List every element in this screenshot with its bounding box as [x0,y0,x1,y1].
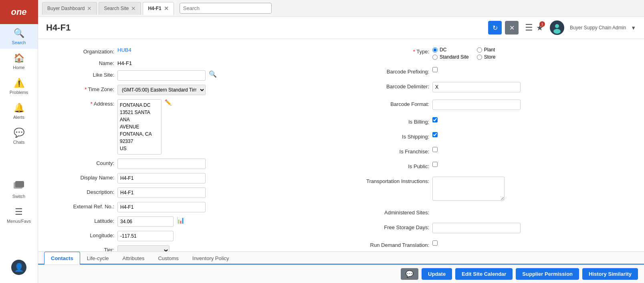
sidebar-item-search[interactable]: 🔍 Search [0,24,38,49]
like-site-input[interactable] [117,70,206,81]
close-icon-tab-search[interactable]: ✕ [131,6,136,11]
org-link[interactable]: HUB4 [117,47,131,53]
type-standard-radio[interactable] [432,55,438,60]
longitude-input[interactable] [117,231,174,241]
tab-customs[interactable]: Customs [151,252,185,265]
right-form: Type: DC Standard Site [349,47,632,251]
search-input[interactable] [180,3,272,14]
tab-inventory-policy[interactable]: Inventory Policy [186,252,236,265]
address-edit-icon[interactable]: ✏️ [165,99,172,106]
tier-select[interactable] [117,245,170,251]
tab-contacts[interactable]: Contacts [44,252,80,265]
sidebar-label-search: Search [12,40,26,45]
type-label: Type: [349,47,429,55]
sidebar: one 🔍 Search 🏠 Home ⚠️ Problems 🔔 Alerts… [0,0,38,283]
left-form: Organization: HUB4 Name: H4-F1 Like Site… [50,47,333,251]
admin-sites-row: Administered Sites: [349,208,632,216]
tab-attributes[interactable]: Attributes [116,252,151,265]
county-input[interactable] [117,159,206,169]
sidebar-item-home[interactable]: 🏠 Home [0,49,38,74]
sidebar-item-menus[interactable]: ☰ Menus/Favs [0,203,38,228]
timezone-select[interactable]: (GMT-05:00) Eastern Standard Time (Ameri… [117,85,206,95]
tab-bar: Buyer Dashboard ✕ Search Site ✕ H4-F1 ✕ [38,0,644,17]
sidebar-item-alerts[interactable]: 🔔 Alerts [0,99,38,124]
is-franchise-checkbox[interactable] [432,147,438,152]
transport-label: Transportation Instructions: [349,177,429,184]
address-label: Address: [50,99,114,107]
address-box: FONTANA DC13521 SANTA ANAAVENUEFONTANA, … [117,99,162,155]
user-dropdown-arrow[interactable]: ▼ [631,25,636,31]
type-plant: Plant [477,47,496,53]
tab-label-search-site: Search Site [104,6,129,11]
update-button[interactable]: Update [422,268,452,280]
ext-ref-input[interactable] [117,202,206,212]
tier-label: Tier: [50,245,114,251]
close-icon-tab-buyer[interactable]: ✕ [87,6,92,11]
type-store: Store [477,54,496,60]
comment-button[interactable]: 💬 [401,268,418,280]
description-row: Description: [50,187,333,198]
type-dc-label: DC [440,47,446,53]
hamburger-menu[interactable]: ☰ [525,22,533,33]
is-shipping-checkbox[interactable] [432,132,438,137]
type-store-radio[interactable] [477,55,482,60]
close-icon-tab-h4f1[interactable]: ✕ [164,6,169,11]
name-value: H4-F1 [117,59,132,66]
close-page-button[interactable]: ✕ [505,21,519,35]
type-standard: Standard Site [432,54,469,60]
is-public-checkbox[interactable] [432,162,438,167]
barcode-format-input[interactable] [432,100,521,110]
svg-point-4 [553,29,561,34]
sidebar-item-switch[interactable]: Switch [0,177,38,203]
run-demand-label: Run Demand Translation: [349,240,429,248]
type-plant-radio[interactable] [477,47,482,53]
history-similarity-button[interactable]: History Similarity [582,268,638,280]
user-avatar[interactable] [550,20,564,35]
admin-sites-label: Administered Sites: [349,208,429,216]
free-storage-input[interactable] [432,223,521,233]
supplier-permission-button[interactable]: Supplier Permission [516,268,579,280]
barcode-format-label: Barcode Format: [349,100,429,107]
sidebar-label-switch: Switch [12,194,25,199]
bottom-tabs-row: Contacts Life-cycle Attributes Customs I… [38,252,644,265]
app-logo[interactable]: one [0,0,38,24]
name-label: Name: [50,59,114,66]
edit-site-calendar-button[interactable]: Edit Site Calendar [455,268,513,280]
description-label: Description: [50,187,114,195]
barcode-delim-row: Barcode Delimiter: [349,82,632,92]
is-billing-checkbox[interactable] [432,117,438,122]
user-name: Buyer Suppy Chain Admin [570,25,626,31]
barcode-prefix-label: Barcode Prefixing: [349,67,429,75]
ext-ref-row: External Ref. No.: [50,202,333,212]
sidebar-item-problems[interactable]: ⚠️ Problems [0,74,38,99]
barcode-delim-input[interactable] [432,82,521,92]
barcode-delim-label: Barcode Delimiter: [349,82,429,90]
longitude-label: Longitude: [50,231,114,238]
transport-textarea[interactable] [432,177,505,201]
description-input[interactable] [117,187,206,198]
latitude-row: Latitude: 📊 [50,216,333,227]
display-name-input[interactable] [117,173,206,183]
latitude-input[interactable] [117,216,174,227]
sidebar-item-user-avatar[interactable]: 👤 [0,256,38,279]
like-site-search-button[interactable]: 🔍 [209,70,217,78]
is-public-row: Is Public: [349,162,632,169]
tab-lifecycle[interactable]: Life-cycle [80,252,116,265]
type-dc-radio[interactable] [432,47,438,53]
notification-bell[interactable]: ★ 1 [536,23,543,33]
timezone-label: Time Zone: [50,85,114,92]
sidebar-item-chats[interactable]: 💬 Chats [0,124,38,149]
global-search-bar[interactable] [180,3,272,14]
tab-h4-f1[interactable]: H4-F1 ✕ [143,2,174,15]
chats-icon: 💬 [14,128,24,138]
map-icon[interactable]: 📊 [177,216,185,224]
barcode-format-row: Barcode Format: [349,100,632,110]
menus-icon: ☰ [15,207,23,217]
tab-search-site[interactable]: Search Site ✕ [99,2,141,15]
run-demand-checkbox[interactable] [432,240,438,246]
barcode-prefix-checkbox[interactable] [432,67,438,72]
tab-buyer-dashboard[interactable]: Buyer Dashboard ✕ [42,2,97,15]
refresh-button[interactable]: ↻ [488,21,502,35]
sidebar-label-chats: Chats [13,140,25,145]
is-shipping-label: Is Shipping: [349,132,429,140]
